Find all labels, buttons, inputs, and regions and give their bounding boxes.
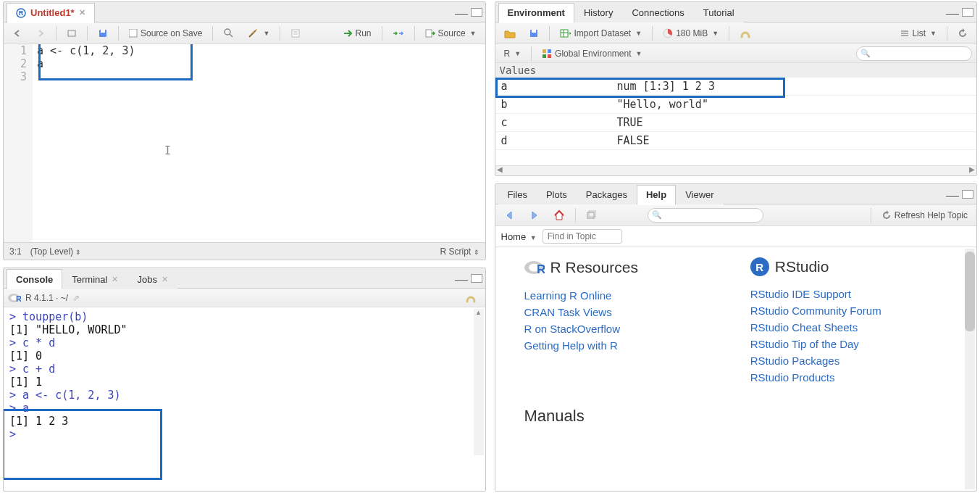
svg-rect-5 — [129, 29, 137, 37]
help-popout-icon[interactable] — [582, 209, 600, 222]
svg-rect-19 — [532, 30, 536, 33]
tab-connections[interactable]: Connections — [622, 2, 693, 22]
help-link[interactable]: R on StackOverflow — [524, 323, 721, 335]
svg-rect-4 — [101, 30, 105, 33]
view-mode-button[interactable]: List▼ — [896, 27, 941, 40]
svg-rect-27 — [543, 49, 546, 53]
source-tab[interactable]: R Untitled1* ✕ — [7, 3, 95, 23]
console-output[interactable]: > toupper(b)[1] "HELLO, WORLD"> c * d[1]… — [4, 307, 485, 491]
tab-packages[interactable]: Packages — [577, 184, 637, 204]
refresh-help-button[interactable]: Refresh Help Topic — [877, 209, 972, 222]
close-icon[interactable]: ✕ — [79, 8, 85, 17]
help-link[interactable]: RStudio Packages — [750, 355, 947, 367]
help-link[interactable]: RStudio IDE Support — [750, 288, 947, 300]
env-row[interactable]: dFALSE — [495, 132, 977, 150]
source-tab-title: Untitled1* — [30, 7, 75, 18]
run-button[interactable]: Run — [338, 27, 376, 40]
help-breadcrumb: Home ▼ — [495, 226, 977, 247]
help-tabbar: FilesPlotsPackagesHelpViewer — [495, 184, 977, 204]
language-scope[interactable]: R▼ — [500, 47, 526, 60]
environment-scope[interactable]: Global Environment▼ — [537, 47, 646, 60]
forward-icon[interactable] — [31, 27, 50, 40]
source-toolbar: Source on Save ▼ Run Source▼ — [4, 22, 485, 44]
help-home-link[interactable]: Home ▼ — [501, 231, 537, 242]
pane-window-controls[interactable] — [455, 8, 482, 17]
tab-jobs[interactable]: Jobs ✕ — [127, 269, 177, 289]
r-file-icon: R — [16, 8, 26, 18]
help-link[interactable]: CRAN Task Views — [524, 306, 721, 318]
find-icon[interactable] — [219, 26, 238, 40]
tab-files[interactable]: Files — [498, 184, 537, 204]
svg-text:R: R — [16, 294, 21, 303]
clear-console-icon[interactable] — [461, 291, 481, 305]
pane-window-controls[interactable] — [946, 190, 973, 199]
env-search-input[interactable] — [856, 46, 972, 61]
clear-env-icon[interactable] — [735, 26, 755, 41]
env-values: Values anum [1:3] 1 2 3b"Hello, world"cT… — [495, 63, 977, 165]
help-link[interactable]: RStudio Cheat Sheets — [750, 321, 947, 334]
help-search-input[interactable] — [648, 208, 763, 223]
import-dataset-button[interactable]: Import Dataset▼ — [556, 27, 647, 40]
tab-terminal[interactable]: Terminal ✕ — [62, 269, 127, 289]
svg-rect-11 — [292, 30, 299, 37]
env-h-scroll[interactable] — [495, 165, 977, 175]
scope-selector[interactable]: (Top Level) ⇕ — [30, 246, 82, 257]
env-toolbar: Import Dataset▼ 180 MiB▼ List▼ — [495, 22, 977, 44]
svg-rect-30 — [548, 54, 551, 58]
svg-rect-20 — [561, 30, 568, 37]
cursor-position: 3:1 — [9, 246, 22, 257]
help-link[interactable]: RStudio Tip of the Day — [750, 338, 947, 350]
show-in-new-window-icon[interactable] — [62, 27, 81, 40]
svg-line-7 — [230, 34, 233, 37]
console-version: R 4.1.1 · ~/ — [25, 293, 68, 303]
wand-icon[interactable]: ▼ — [243, 26, 274, 41]
save-workspace-icon[interactable] — [524, 27, 543, 40]
memory-usage[interactable]: 180 MiB▼ — [658, 27, 723, 40]
tab-environment[interactable]: Environment — [498, 3, 574, 23]
svg-text:R: R — [19, 9, 24, 17]
rstudio-heading: R RStudio — [750, 257, 947, 276]
help-forward-icon[interactable] — [524, 209, 545, 222]
env-row[interactable]: anum [1:3] 1 2 3 — [495, 78, 977, 96]
svg-line-8 — [249, 30, 256, 37]
source-editor[interactable]: 123 a <- c(1, 2, 3)a I — [4, 44, 485, 242]
svg-rect-28 — [548, 49, 551, 53]
manuals-heading: Manuals — [524, 407, 948, 426]
help-link[interactable]: RStudio Community Forum — [750, 304, 947, 317]
tab-viewer[interactable]: Viewer — [676, 184, 724, 204]
load-workspace-icon[interactable] — [500, 27, 520, 40]
source-button[interactable]: Source▼ — [421, 27, 481, 40]
tab-help[interactable]: Help — [637, 185, 676, 205]
tab-tutorial[interactable]: Tutorial — [694, 2, 744, 22]
console-header: R R 4.1.1 · ~/ ⇗ — [4, 289, 485, 307]
help-home-icon[interactable] — [549, 208, 569, 223]
refresh-env-icon[interactable] — [953, 27, 972, 40]
source-on-save-checkbox[interactable]: Source on Save — [125, 27, 206, 40]
r-logo-icon: R — [8, 291, 21, 304]
save-icon[interactable] — [93, 27, 112, 40]
svg-rect-14 — [426, 30, 432, 37]
help-link[interactable]: RStudio Products — [750, 371, 947, 384]
help-content[interactable]: R R Resources Learning R OnlineCRAN Task… — [495, 247, 977, 491]
env-section-label: Values — [495, 63, 977, 78]
rerun-icon[interactable] — [388, 27, 409, 40]
language-selector[interactable]: R Script ⇕ — [440, 246, 479, 257]
tab-history[interactable]: History — [574, 2, 622, 22]
svg-rect-29 — [543, 54, 546, 58]
back-icon[interactable] — [8, 27, 27, 40]
pane-window-controls[interactable] — [455, 274, 482, 283]
help-link[interactable]: Getting Help with R — [524, 339, 721, 352]
pane-window-controls[interactable] — [946, 8, 973, 17]
wd-arrow-icon[interactable]: ⇗ — [72, 293, 80, 303]
help-toolbar: Refresh Help Topic — [495, 204, 977, 226]
help-back-icon[interactable] — [500, 209, 520, 222]
env-tabbar: EnvironmentHistoryConnectionsTutorial — [495, 2, 977, 22]
find-in-topic-input[interactable] — [543, 229, 622, 244]
svg-rect-2 — [68, 30, 75, 36]
env-row[interactable]: b"Hello, world" — [495, 96, 977, 114]
tab-plots[interactable]: Plots — [537, 184, 577, 204]
env-row[interactable]: cTRUE — [495, 114, 977, 132]
tab-console[interactable]: Console — [7, 269, 62, 289]
notebook-icon[interactable] — [286, 27, 305, 40]
help-link[interactable]: Learning R Online — [524, 289, 721, 302]
